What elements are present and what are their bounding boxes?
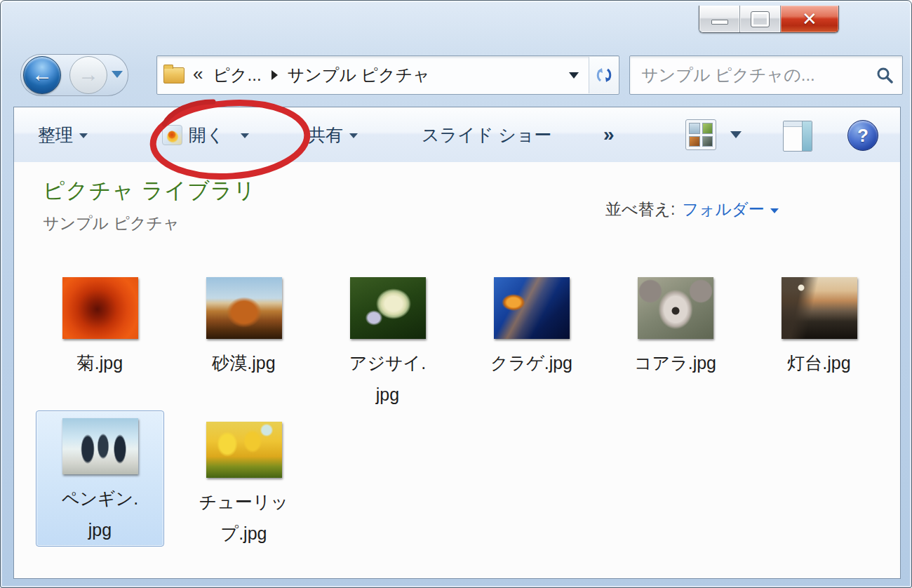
file-name-label: ペンギン.jpg xyxy=(62,483,138,546)
open-button[interactable]: 開く xyxy=(162,107,249,162)
open-label: 開く xyxy=(189,123,224,147)
view-thumb-3 xyxy=(689,136,700,147)
file-item-ajisai[interactable]: アジサイ.jpg xyxy=(323,272,452,410)
slideshow-label: スライド ショー xyxy=(422,123,551,147)
photo-viewer-icon xyxy=(162,125,182,145)
address-dropdown-icon[interactable] xyxy=(569,72,579,79)
back-button[interactable]: ← xyxy=(23,56,61,94)
file-list-pane: ピクチャ ライブラリ サンプル ピクチャ 並べ替え: フォルダー 菊.jpg xyxy=(14,162,900,578)
breadcrumb-separator-icon xyxy=(271,70,278,80)
file-item-toudai[interactable]: 灯台.jpg xyxy=(755,272,883,379)
file-name-label: 灯台.jpg xyxy=(787,347,850,379)
file-cell: クラゲ.jpg xyxy=(460,272,603,410)
file-name-label: 菊.jpg xyxy=(77,347,123,379)
thumbnail-hydrangea xyxy=(350,277,426,339)
search-input[interactable] xyxy=(640,65,867,86)
thumbnail-koala xyxy=(638,277,713,339)
close-button[interactable]: ✕ xyxy=(781,6,838,32)
view-dropdown-icon[interactable] xyxy=(730,131,742,138)
forward-button[interactable]: → xyxy=(69,56,107,94)
minimize-icon xyxy=(711,20,728,25)
thumbnail-tulips xyxy=(206,422,282,478)
breadcrumb-overflow-chevron[interactable]: « xyxy=(193,63,203,85)
question-mark-icon: ? xyxy=(857,125,869,147)
file-item-koara[interactable]: コアラ.jpg xyxy=(611,272,739,379)
refresh-icon xyxy=(595,66,613,84)
file-item-tulip[interactable]: チューリップ.jpg xyxy=(180,408,308,549)
chevron-down-icon xyxy=(79,133,88,138)
forward-arrow-icon: → xyxy=(78,64,99,85)
breadcrumb-parent[interactable]: ピク... xyxy=(210,64,264,86)
page-subtitle: サンプル ピクチャ xyxy=(43,213,180,234)
minimize-button[interactable] xyxy=(699,6,740,32)
file-grid-row-2: ペンギン.jpg チューリップ.jpg xyxy=(28,408,316,549)
file-grid-row-1: 菊.jpg 砂漠.jpg ア xyxy=(28,272,891,410)
sort-by-dropdown[interactable]: フォルダー xyxy=(682,199,778,220)
file-item-sabaku[interactable]: 砂漠.jpg xyxy=(180,272,308,379)
back-arrow-icon: ← xyxy=(32,64,53,85)
maximize-icon xyxy=(751,12,769,27)
preview-pane-button[interactable] xyxy=(783,121,812,152)
chevron-down-icon xyxy=(770,208,779,213)
view-thumb-4 xyxy=(702,136,713,147)
thumbnail-desert xyxy=(206,277,282,339)
maximize-button[interactable] xyxy=(740,6,781,32)
file-name-label: アジサイ.jpg xyxy=(349,347,426,410)
explorer-window: ✕ ← → « ピク... サンプル ピクチャ xyxy=(0,0,912,588)
chevron-down-icon xyxy=(349,133,358,138)
help-button[interactable]: ? xyxy=(847,120,878,151)
search-box xyxy=(629,55,903,95)
double-chevron-icon: » xyxy=(603,123,615,146)
file-item-kurage[interactable]: クラゲ.jpg xyxy=(467,272,596,379)
file-cell: 砂漠.jpg xyxy=(172,272,316,410)
file-name-label: 砂漠.jpg xyxy=(212,347,275,379)
file-item-kiku[interactable]: 菊.jpg xyxy=(36,272,164,379)
view-thumb-1 xyxy=(689,123,700,134)
file-name-label: クラゲ.jpg xyxy=(490,347,572,379)
chevron-down-icon xyxy=(241,133,249,138)
file-cell: 灯台.jpg xyxy=(747,272,891,410)
organize-button[interactable]: 整理 xyxy=(38,107,88,162)
file-cell: アジサイ.jpg xyxy=(316,272,460,410)
share-button[interactable]: 共有 xyxy=(308,107,358,162)
file-cell: チューリップ.jpg xyxy=(172,408,316,549)
sort-value-label: フォルダー xyxy=(682,199,764,220)
thumbnail-chrysanthemum xyxy=(62,277,138,339)
change-view-button[interactable] xyxy=(685,119,716,150)
command-toolbar: 整理 開く 共有 スライド ショー » xyxy=(14,107,900,163)
address-bar[interactable]: « ピク... サンプル ピクチャ xyxy=(156,55,619,95)
view-thumb-2 xyxy=(702,123,713,134)
refresh-button[interactable] xyxy=(589,57,619,93)
share-label: 共有 xyxy=(308,123,343,147)
file-name-label: チューリップ.jpg xyxy=(199,486,288,549)
window-controls: ✕ xyxy=(699,6,839,33)
close-icon: ✕ xyxy=(802,10,817,28)
folder-icon xyxy=(163,67,185,83)
file-cell: 菊.jpg xyxy=(28,272,172,410)
search-icon xyxy=(876,66,894,84)
breadcrumb-current[interactable]: サンプル ピクチャ xyxy=(285,64,433,86)
file-cell: ペンギン.jpg xyxy=(28,408,172,549)
sort-bar: 並べ替え: フォルダー xyxy=(605,199,779,220)
file-item-penguin-selected[interactable]: ペンギン.jpg xyxy=(36,410,164,547)
thumbnail-lighthouse xyxy=(782,277,857,339)
page-title: ピクチャ ライブラリ xyxy=(43,176,256,206)
toolbar-overflow-button[interactable]: » xyxy=(603,107,615,162)
file-name-label: コアラ.jpg xyxy=(634,347,716,379)
thumbnail-jellyfish xyxy=(494,277,570,339)
slideshow-button[interactable]: スライド ショー xyxy=(422,107,551,162)
organize-label: 整理 xyxy=(38,123,73,147)
client-area: 整理 開く 共有 スライド ショー » xyxy=(13,107,901,579)
file-cell: コアラ.jpg xyxy=(603,272,747,410)
sort-label: 並べ替え: xyxy=(605,199,675,220)
recent-pages-dropdown[interactable] xyxy=(112,71,123,78)
thumbnail-penguins xyxy=(62,418,138,474)
